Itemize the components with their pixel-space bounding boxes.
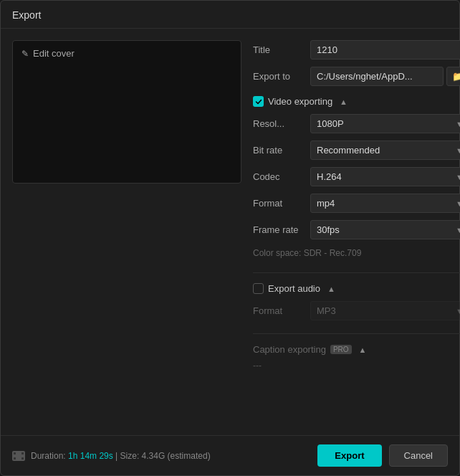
codec-row: Codec H.264 ▼	[253, 167, 460, 186]
audio-format-label: Format	[253, 305, 310, 316]
resolution-label: Resol...	[253, 118, 310, 129]
export-path-input[interactable]	[310, 67, 444, 86]
framerate-select-wrapper: 30fps ▼	[310, 220, 460, 239]
bitrate-select[interactable]: Recommended	[310, 141, 460, 160]
export-audio-label: Export audio	[268, 283, 320, 294]
format-label: Format	[253, 198, 310, 209]
export-to-row: Export to 📁	[253, 67, 460, 86]
footer-buttons: Export Cancel	[317, 444, 448, 467]
format-select-wrapper: mp4 ▼	[310, 194, 460, 213]
size-label: | Size:	[115, 451, 139, 461]
dialog-title: Export	[1, 1, 459, 29]
caption-sub-text: ---	[253, 361, 262, 371]
video-exporting-label: Video exporting	[268, 96, 332, 107]
framerate-label: Frame rate	[253, 224, 310, 235]
format-row: Format mp4 ▼	[253, 194, 460, 213]
framerate-select[interactable]: 30fps	[310, 220, 460, 239]
caption-chevron-icon[interactable]: ▲	[359, 346, 367, 354]
title-label: Title	[253, 44, 310, 55]
path-row: 📁	[310, 67, 460, 86]
folder-icon: 📁	[452, 71, 460, 82]
format-select[interactable]: mp4	[310, 194, 460, 213]
duration-value: 1h 14m 29s	[68, 451, 113, 461]
pro-badge: PRO	[330, 345, 352, 354]
left-panel: ✎ Edit cover	[12, 40, 241, 424]
dialog-footer: Duration: 1h 14m 29s | Size: 4.34G (esti…	[1, 435, 459, 475]
export-audio-header: Export audio ▲	[253, 283, 460, 294]
bitrate-row: Bit rate Recommended ▼	[253, 141, 460, 160]
browse-folder-button[interactable]: 📁	[446, 67, 460, 86]
codec-label: Codec	[253, 171, 310, 182]
export-button[interactable]: Export	[317, 444, 381, 467]
caption-exporting-label: Caption exporting	[253, 344, 326, 355]
framerate-row: Frame rate 30fps ▼	[253, 220, 460, 239]
cover-area[interactable]: ✎ Edit cover	[12, 40, 241, 184]
svg-rect-4	[21, 457, 24, 460]
svg-rect-2	[21, 452, 24, 454]
resolution-row: Resol... 1080P ▼	[253, 114, 460, 133]
title-row: Title	[253, 40, 460, 60]
edit-cover-button[interactable]: ✎ Edit cover	[21, 48, 75, 59]
caption-sub-value: --- ---	[253, 361, 460, 371]
bitrate-select-wrapper: Recommended ▼	[310, 141, 460, 160]
duration-text: Duration: 1h 14m 29s | Size: 4.34G (esti…	[31, 451, 211, 461]
cancel-button[interactable]: Cancel	[389, 444, 448, 467]
check-icon	[255, 98, 262, 105]
title-input[interactable]	[310, 40, 460, 60]
color-space-text: Color space: SDR - Rec.709	[253, 248, 460, 258]
size-value: 4.34G (estimated)	[142, 451, 211, 461]
bitrate-label: Bit rate	[253, 145, 310, 156]
edit-cover-label: Edit cover	[33, 48, 75, 59]
divider-1	[253, 272, 460, 273]
video-exporting-header: Video exporting ▲	[253, 96, 460, 107]
caption-exporting-section: Caption exporting PRO ▲ --- ---	[253, 344, 460, 371]
codec-select-wrapper: H.264 ▼	[310, 167, 460, 186]
svg-rect-3	[14, 457, 16, 460]
audio-format-row: Format MP3 ▼	[253, 301, 460, 320]
video-exporting-checkbox[interactable]	[253, 96, 264, 107]
dialog-body: ✎ Edit cover Title Export to 📁	[1, 29, 459, 435]
audio-format-select[interactable]: MP3	[310, 301, 460, 320]
codec-select[interactable]: H.264	[310, 167, 460, 186]
duration-label: Duration:	[31, 451, 66, 461]
resolution-select[interactable]: 1080P	[310, 114, 460, 133]
video-exporting-chevron-icon[interactable]: ▲	[340, 97, 348, 106]
export-audio-checkbox[interactable]	[253, 283, 264, 294]
resolution-select-wrapper: 1080P ▼	[310, 114, 460, 133]
film-icon	[12, 451, 25, 461]
footer-info: Duration: 1h 14m 29s | Size: 4.34G (esti…	[12, 451, 211, 461]
right-panel: Title Export to 📁	[253, 40, 460, 424]
divider-2	[253, 333, 460, 334]
export-dialog: Export ✎ Edit cover Title Export to	[0, 0, 460, 476]
svg-rect-1	[14, 452, 16, 454]
export-to-label: Export to	[253, 71, 310, 82]
export-audio-chevron-icon[interactable]: ▲	[327, 285, 335, 293]
edit-icon: ✎	[21, 49, 29, 59]
caption-exporting-header: Caption exporting PRO ▲	[253, 344, 460, 355]
audio-format-select-wrapper: MP3 ▼	[310, 301, 460, 320]
